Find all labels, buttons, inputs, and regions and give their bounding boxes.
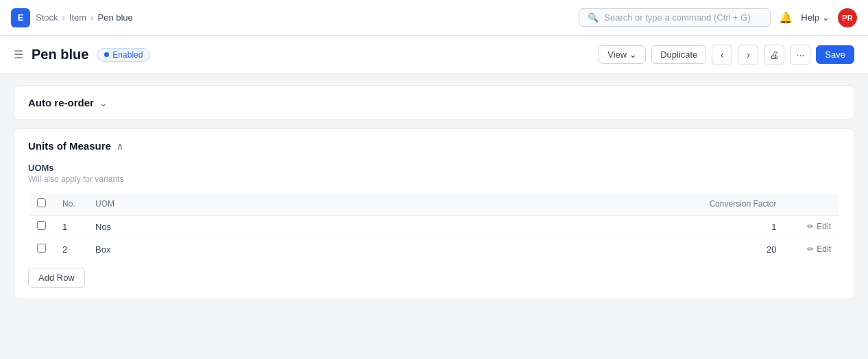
row2-no: 2 [54,238,87,261]
view-button[interactable]: View ⌄ [599,45,646,64]
breadcrumb-item[interactable]: Item [69,12,86,23]
row1-checkbox[interactable] [37,221,46,230]
table-row: 1 Nos 1 ✏ Edit [29,216,840,238]
units-of-measure-header[interactable]: Units of Measure ∧ [14,129,854,163]
page-header-actions: View ⌄ Duplicate ‹ › 🖨 ··· Save [599,45,854,65]
search-icon: 🔍 [588,12,599,23]
units-of-measure-title: Units of Measure [28,140,111,152]
auto-reorder-chevron-icon: ⌄ [99,97,108,108]
table-header-row: No. UOM Conversion Factor [29,193,840,216]
add-row-button[interactable]: Add Row [28,268,85,288]
col-uom: UOM [87,193,296,216]
status-badge: Enabled [97,48,150,62]
next-button[interactable]: › [738,45,758,65]
row1-no: 1 [54,216,87,238]
search-bar[interactable]: 🔍 Search or type a command (Ctrl + G) [579,8,771,27]
select-all-checkbox[interactable] [37,198,46,207]
row1-edit-button[interactable]: ✏ Edit [793,222,832,231]
uom-section-label: UOMs [28,163,840,173]
view-label: View [607,49,627,60]
row2-edit-button[interactable]: ✏ Edit [793,244,832,254]
help-button[interactable]: Help ⌄ [801,12,830,23]
row1-checkbox-cell [29,216,55,238]
topbar: E Stock › Item › Pen blue 🔍 Search or ty… [0,0,868,36]
units-of-measure-card: Units of Measure ∧ UOMs Will also apply … [14,128,854,299]
edit-pencil-icon-2: ✏ [807,244,814,254]
page-header: ☰ Pen blue Enabled View ⌄ Duplicate ‹ › … [0,36,868,74]
auto-reorder-card: Auto re-order ⌄ [14,85,854,120]
auto-reorder-header[interactable]: Auto re-order ⌄ [14,86,854,119]
table-row: 2 Box 20 ✏ Edit [29,238,840,261]
breadcrumb-sep-1: › [62,12,65,23]
uom-table: No. UOM Conversion Factor 1 Nos 1 [28,192,840,261]
avatar[interactable]: PR [838,8,857,27]
menu-icon[interactable]: ☰ [14,48,23,61]
uom-section-sublabel: Will also apply for variants [28,174,840,184]
breadcrumb-stock[interactable]: Stock [36,12,58,23]
print-button[interactable]: 🖨 [764,45,784,65]
row1-edit-cell: ✏ Edit [785,216,840,238]
notification-bell-icon[interactable]: 🔔 [779,11,793,24]
status-dot [104,52,109,57]
breadcrumb-pen-blue: Pen blue [98,12,133,23]
row2-checkbox-cell [29,238,55,261]
more-options-button[interactable]: ··· [790,45,810,65]
row2-checkbox[interactable] [37,244,46,253]
row2-conversion-factor: 20 [296,238,785,261]
search-placeholder-text: Search or type a command (Ctrl + G) [604,12,751,23]
save-button[interactable]: Save [816,45,854,64]
topbar-right: 🔍 Search or type a command (Ctrl + G) 🔔 … [579,8,857,27]
col-checkbox [29,193,55,216]
col-conversion-factor: Conversion Factor [296,193,785,216]
edit-pencil-icon: ✏ [807,222,814,231]
help-label: Help [801,12,819,23]
row2-uom: Box [87,238,296,261]
row2-edit-label: Edit [817,244,831,254]
app-icon: E [11,8,30,27]
status-label: Enabled [112,50,143,60]
view-chevron-icon: ⌄ [629,49,637,60]
breadcrumb-sep-2: › [91,12,93,23]
units-of-measure-chevron-icon: ∧ [117,141,123,152]
row1-edit-label: Edit [817,222,831,231]
row2-edit-cell: ✏ Edit [785,238,840,261]
duplicate-button[interactable]: Duplicate [651,45,706,64]
help-chevron-icon: ⌄ [822,12,830,23]
col-action [785,193,840,216]
breadcrumb: Stock › Item › Pen blue [36,12,133,23]
auto-reorder-title: Auto re-order [28,97,94,108]
main-content: Auto re-order ⌄ Units of Measure ∧ UOMs … [0,74,868,359]
row1-uom: Nos [87,216,296,238]
row1-conversion-factor: 1 [296,216,785,238]
col-no: No. [54,193,87,216]
prev-button[interactable]: ‹ [712,45,732,65]
page-title: Pen blue [32,47,88,62]
units-of-measure-body: UOMs Will also apply for variants No. UO… [14,163,854,299]
